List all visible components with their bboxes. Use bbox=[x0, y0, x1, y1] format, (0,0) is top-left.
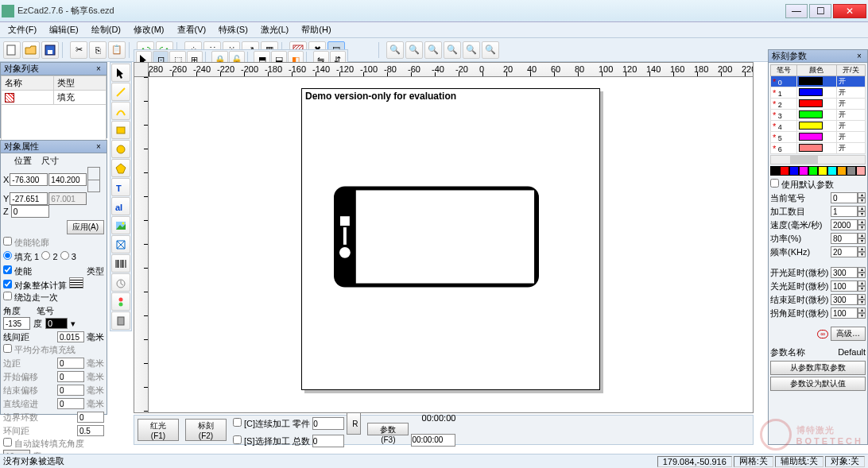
avg-fill-check[interactable] bbox=[3, 344, 12, 353]
parts-input[interactable] bbox=[312, 417, 344, 430]
reset-parts-button[interactable]: R bbox=[347, 412, 361, 435]
red-light-button[interactable]: 红光(F1) bbox=[138, 419, 179, 441]
enable-check[interactable] bbox=[3, 265, 12, 274]
pen-row[interactable]: * 2开 bbox=[771, 99, 866, 110]
y-input[interactable] bbox=[10, 192, 48, 205]
fill3-radio[interactable] bbox=[60, 251, 69, 260]
pen-color-combo[interactable]: 0 bbox=[45, 318, 68, 329]
zoom-fit-button[interactable]: 🔍 bbox=[424, 41, 442, 59]
object-list-table[interactable]: 名称类型 填充 bbox=[1, 75, 107, 145]
pen-row[interactable]: * 0开 bbox=[771, 76, 866, 87]
palette-swatch[interactable] bbox=[847, 166, 856, 176]
lineshrink-input[interactable] bbox=[57, 398, 84, 409]
minimize-button[interactable]: — bbox=[785, 4, 808, 18]
curve-tool[interactable] bbox=[111, 102, 130, 120]
encoder-tool[interactable] bbox=[111, 311, 130, 330]
close-button[interactable]: ✕ bbox=[833, 4, 866, 18]
open-button[interactable] bbox=[22, 41, 40, 59]
text-tool[interactable]: T bbox=[111, 178, 130, 196]
timer-tool[interactable] bbox=[111, 273, 130, 292]
menu-help[interactable]: 帮助(H) bbox=[296, 22, 335, 37]
menu-draw[interactable]: 绘制(D) bbox=[87, 22, 126, 37]
zoom-out-button[interactable]: 🔍 bbox=[405, 41, 423, 59]
advanced-button[interactable]: 高级… bbox=[831, 327, 866, 341]
curpen-input[interactable] bbox=[831, 192, 858, 203]
time2-input[interactable] bbox=[411, 434, 455, 447]
fill1-radio[interactable] bbox=[3, 251, 12, 260]
color-bar[interactable] bbox=[770, 166, 866, 177]
pen-scrollbar[interactable] bbox=[770, 155, 866, 164]
use-default-check[interactable] bbox=[770, 179, 779, 188]
menu-special[interactable]: 特殊(S) bbox=[214, 22, 253, 37]
offdelay-input[interactable] bbox=[831, 280, 858, 292]
edgedist-input[interactable] bbox=[57, 358, 84, 369]
arc-text-tool[interactable]: aI bbox=[111, 197, 130, 215]
fill2-radio[interactable] bbox=[41, 251, 50, 260]
z-input[interactable] bbox=[11, 205, 49, 218]
vector-tool[interactable] bbox=[111, 235, 130, 253]
cornerdelay-input[interactable] bbox=[831, 307, 858, 319]
image-tool[interactable] bbox=[111, 216, 130, 234]
palette-swatch[interactable] bbox=[827, 166, 837, 176]
line-tool[interactable] bbox=[111, 83, 130, 101]
obj-calc-check[interactable] bbox=[3, 280, 12, 288]
palette-swatch[interactable] bbox=[837, 166, 847, 176]
io-tool[interactable] bbox=[111, 292, 130, 311]
pen-table[interactable]: 笔号颜色开/关 * 0开* 1开* 2开* 3开* 4开* 5开* 6开 bbox=[770, 64, 866, 154]
palette-swatch[interactable] bbox=[789, 166, 799, 176]
copy-button[interactable]: ⎘ bbox=[89, 41, 107, 59]
endoff-input[interactable] bbox=[57, 385, 84, 396]
set-default-button[interactable]: 参数设为默认值 bbox=[770, 377, 866, 391]
x-input[interactable] bbox=[10, 173, 48, 186]
enddelay-input[interactable] bbox=[831, 294, 858, 305]
palette-swatch[interactable] bbox=[780, 166, 789, 176]
lock-aspect[interactable] bbox=[87, 167, 100, 192]
circle-tool[interactable] bbox=[111, 140, 130, 158]
zoom-prev-button[interactable]: 🔍 bbox=[482, 41, 499, 59]
zoom-in-button[interactable]: 🔍 bbox=[386, 41, 404, 59]
power-input[interactable] bbox=[831, 233, 858, 244]
palette-swatch[interactable] bbox=[818, 166, 827, 176]
angle-input[interactable] bbox=[3, 317, 30, 330]
rect-tool[interactable] bbox=[111, 121, 130, 139]
pen-row[interactable]: * 1开 bbox=[771, 87, 866, 99]
palette-swatch[interactable] bbox=[770, 166, 780, 176]
enable-outline-check[interactable] bbox=[3, 237, 12, 246]
zoom-sel-button[interactable]: 🔍 bbox=[444, 41, 461, 59]
linespace-input[interactable] bbox=[57, 331, 84, 342]
pen-row[interactable]: * 4开 bbox=[771, 121, 866, 132]
pen-row[interactable]: * 3开 bbox=[771, 110, 866, 121]
new-button[interactable] bbox=[3, 41, 21, 59]
menu-file[interactable]: 文件(F) bbox=[3, 22, 41, 37]
menu-modify[interactable]: 修改(M) bbox=[129, 22, 169, 37]
phone-shape[interactable] bbox=[334, 186, 539, 288]
polygon-tool[interactable] bbox=[111, 159, 130, 177]
loops-input[interactable] bbox=[831, 206, 858, 217]
barcode-tool[interactable] bbox=[111, 254, 130, 273]
total-input[interactable] bbox=[312, 435, 344, 447]
palette-swatch[interactable] bbox=[808, 166, 818, 176]
pen-row[interactable]: * 6开 bbox=[771, 143, 866, 154]
param-button[interactable]: 参数(F3) bbox=[367, 423, 409, 435]
table-row[interactable]: 填充 bbox=[2, 91, 107, 105]
canvas[interactable]: Demo version-only for evaluation bbox=[149, 77, 753, 412]
freq-input[interactable] bbox=[831, 246, 858, 257]
ondelay-input[interactable] bbox=[831, 267, 858, 278]
select-tool[interactable] bbox=[111, 64, 130, 82]
paste-button[interactable]: 📋 bbox=[108, 41, 126, 59]
mark-params-close[interactable]: × bbox=[854, 52, 864, 61]
w-input[interactable] bbox=[48, 173, 87, 186]
from-lib-button[interactable]: 从参数库取参数 bbox=[770, 361, 866, 375]
loopdist-input[interactable] bbox=[77, 425, 104, 436]
menu-edit[interactable]: 编辑(E) bbox=[45, 22, 83, 37]
palette-swatch[interactable] bbox=[856, 166, 866, 176]
save-button[interactable] bbox=[41, 41, 59, 59]
mark-button[interactable]: 标刻(F2) bbox=[185, 419, 227, 441]
object-props-close[interactable]: × bbox=[94, 142, 103, 152]
h-input[interactable] bbox=[48, 192, 87, 205]
autorot-check[interactable] bbox=[3, 438, 12, 447]
continuous-check[interactable] bbox=[233, 418, 242, 427]
object-list-close[interactable]: × bbox=[94, 64, 103, 74]
palette-swatch[interactable] bbox=[799, 166, 808, 176]
menu-view[interactable]: 查看(V) bbox=[172, 22, 211, 37]
